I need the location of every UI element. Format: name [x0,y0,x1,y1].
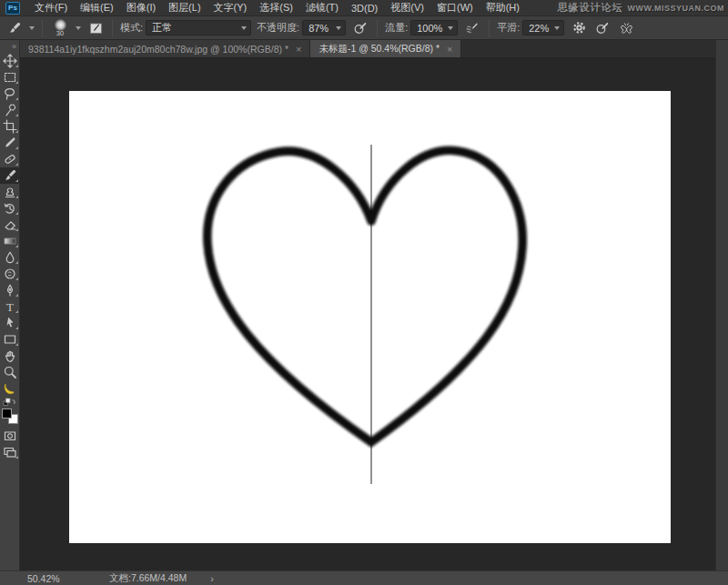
heart-outline-stroke [207,150,522,442]
status-options-chevron-icon[interactable]: › [210,573,214,584]
dodge-tool[interactable] [0,266,20,282]
foreground-color-swatch[interactable] [2,408,12,419]
smoothing-value: 22% [529,23,549,34]
opacity-label: 不透明度: [257,21,299,35]
photoshop-logo-icon: Ps [5,2,20,15]
menu-window[interactable]: 窗口(W) [430,1,480,15]
menu-3d[interactable]: 3D(D) [345,3,384,14]
watermark: 思缘设计论坛 WWW.MISSYUAN.COM [558,1,725,15]
gear-icon[interactable] [570,19,588,37]
pen-tool[interactable] [0,282,20,298]
brush-tool-icon [5,19,24,37]
collapsed-panel-dock[interactable] [715,40,728,570]
pasteboard [20,58,715,570]
chevron-down-icon [336,26,341,30]
brush-tool-selected[interactable] [0,167,20,184]
watermark-site-name: 思缘设计论坛 [558,1,623,15]
blur-tool[interactable] [0,249,20,266]
canvas[interactable] [69,91,671,543]
eyedropper-tool[interactable] [0,135,20,151]
gradient-tool[interactable] [0,233,20,249]
menu-select[interactable]: 选择(S) [253,1,299,15]
menu-help[interactable]: 帮助(H) [480,1,526,15]
tab-title: 938114a1iy1fkqszhm2auj20m80ch78w.jpg @ 1… [28,44,288,55]
clone-stamp-tool[interactable] [0,184,20,200]
chevron-down-icon [554,26,560,30]
move-tool[interactable] [0,53,20,69]
quick-mask-mode-button[interactable] [0,428,20,444]
menu-bar: Ps 文件(F) 编辑(E) 图像(I) 图层(L) 文字(Y) 选择(S) 滤… [0,0,728,16]
smoothing-dropdown[interactable]: 22% [522,20,564,35]
screen-mode-button[interactable] [0,444,20,460]
tool-options-bar: 30 模式: 正常 不透明度: 87% [0,16,728,40]
paint-symmetry-butterfly-icon[interactable] [617,19,635,37]
eraser-tool[interactable] [0,217,20,233]
heart-drawing [69,91,671,543]
toggle-brush-settings-panel-button[interactable] [86,19,105,37]
zoom-level-field[interactable]: 50.42% [27,573,71,584]
banana-icon[interactable] [0,380,20,397]
airbrush-icon[interactable] [463,19,481,37]
tab-document-1[interactable]: 938114a1iy1fkqszhm2auj20m80ch78w.jpg @ 1… [20,40,310,57]
lasso-tool[interactable] [0,86,20,102]
path-selection-tool[interactable] [0,315,20,331]
document-area: 938114a1iy1fkqszhm2auj20m80ch78w.jpg @ 1… [20,40,715,570]
spot-healing-brush-tool[interactable] [0,151,20,167]
menu-image[interactable]: 图像(I) [120,1,162,15]
chevron-down-icon [448,26,453,30]
rectangular-marquee-tool[interactable] [0,69,20,86]
tools-panel-collapse-button[interactable]: » [0,40,19,53]
flow-value: 100% [417,23,442,34]
brush-tool-preset-picker[interactable] [5,19,35,37]
separator [489,19,490,37]
separator [42,19,43,37]
document-size-info: 文档:7.66M/4.48M [109,572,187,585]
opacity-pressure-icon[interactable] [351,19,369,37]
hand-tool[interactable] [0,348,20,364]
flow-label: 流量: [385,21,408,35]
close-icon[interactable]: × [447,44,452,55]
brush-size-value: 30 [56,30,64,37]
flow-dropdown[interactable]: 100% [410,20,458,35]
opacity-dropdown[interactable]: 87% [302,20,346,35]
chevron-down-icon [241,26,247,30]
history-brush-tool[interactable] [0,200,20,217]
workspace: » [0,40,728,570]
quick-selection-tool[interactable] [0,102,20,118]
brush-preview-icon: 30 [50,19,70,37]
menu-file[interactable]: 文件(F) [28,1,74,15]
foreground-background-color-swatches[interactable] [2,408,18,424]
crop-tool[interactable] [0,118,20,135]
status-bar: 50.42% 文档:7.66M/4.48M › [0,570,728,585]
separator [112,19,113,37]
tab-title: 未标题-1 @ 50.4%(RGB/8) * [318,43,440,55]
zoom-tool[interactable] [0,364,20,380]
separator [377,19,378,37]
type-tool[interactable]: T [0,298,20,315]
opacity-value: 87% [308,23,329,34]
swap-colors-button[interactable] [0,397,20,408]
brush-size-picker[interactable]: 30 [50,19,81,37]
tools-panel: » [0,40,20,570]
blend-mode-value: 正常 [152,21,172,35]
menu-edit[interactable]: 编辑(E) [74,1,120,15]
menu-layer[interactable]: 图层(L) [162,1,207,15]
rectangle-shape-tool[interactable] [0,331,20,348]
menu-type[interactable]: 文字(Y) [207,1,254,15]
svg-text:T: T [6,300,14,314]
menu-view[interactable]: 视图(V) [384,1,430,15]
mode-label: 模式: [120,21,143,35]
document-tab-bar: 938114a1iy1fkqszhm2auj20m80ch78w.jpg @ 1… [20,40,715,58]
tab-document-2-active[interactable]: 未标题-1 @ 50.4%(RGB/8) * × [310,40,461,57]
close-icon[interactable]: × [296,44,301,55]
photoshop-window: Ps 文件(F) 编辑(E) 图像(I) 图层(L) 文字(Y) 选择(S) 滤… [0,0,728,585]
watermark-site-url: WWW.MISSYUAN.COM [628,4,725,13]
blend-mode-dropdown[interactable]: 正常 [146,20,251,35]
size-pressure-icon[interactable] [593,19,612,37]
chevron-down-icon [76,26,81,30]
smoothing-label: 平滑: [497,21,520,35]
chevron-down-icon [29,26,35,30]
menu-filter[interactable]: 滤镜(T) [299,1,345,15]
